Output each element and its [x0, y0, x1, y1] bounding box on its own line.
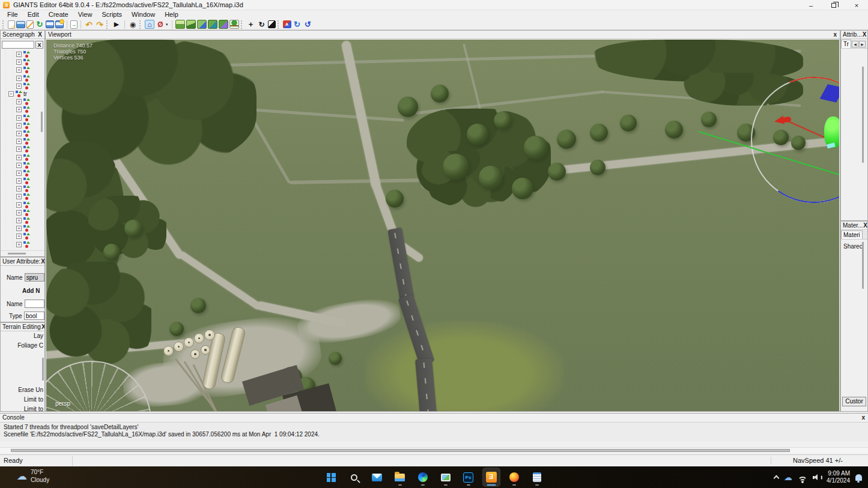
taskbar-app-search[interactable]	[346, 468, 363, 486]
attr-name-field[interactable]	[25, 273, 44, 282]
scenegraph-node[interactable]: +	[1, 169, 40, 177]
scenegraph-node[interactable]: +	[1, 145, 40, 153]
scenegraph-node[interactable]: +	[1, 130, 40, 137]
scenegraph-node[interactable]: +	[1, 114, 40, 122]
scenegraph-node[interactable]: +	[1, 209, 40, 217]
tab-material[interactable]: Materi	[841, 230, 863, 239]
taskbar-app-photoshop[interactable]: Ps	[460, 468, 477, 486]
taskbar-app-start[interactable]	[323, 468, 340, 486]
sync-icon[interactable]: ↻	[293, 20, 302, 29]
node-expander-icon[interactable]: +	[16, 52, 22, 57]
scenegraph-node[interactable]: +	[1, 241, 40, 249]
scenegraph-node[interactable]: +	[1, 153, 40, 161]
node-expander-icon[interactable]: +	[16, 242, 22, 247]
render-toggle-icon[interactable]: Ø	[156, 20, 165, 29]
dropdown-caret-icon[interactable]: ▾	[166, 22, 168, 27]
open-file-icon[interactable]	[16, 21, 25, 28]
scenegraph-node[interactable]: +	[1, 185, 40, 193]
new-attr-name-field[interactable]	[25, 300, 44, 308]
world-local-icon[interactable]: ↺	[303, 20, 313, 29]
toolbar-grip[interactable]	[106, 20, 109, 29]
node-expander-icon[interactable]: +	[16, 178, 22, 184]
close-button[interactable]: ×	[845, 0, 868, 10]
terrain-editing-close-icon[interactable]: X	[41, 324, 44, 331]
scale-tool-icon[interactable]	[268, 20, 276, 28]
toolbar-grip[interactable]	[2, 20, 5, 29]
scenegraph-node[interactable]: +	[1, 122, 40, 130]
viewport-tab[interactable]: Viewport	[48, 31, 71, 38]
node-expander-icon[interactable]: +	[16, 67, 22, 73]
node-label[interactable]: tr	[23, 91, 27, 97]
object-data-icon[interactable]: A	[283, 20, 291, 28]
material-scrollbar[interactable]	[862, 242, 864, 289]
node-expander-icon[interactable]: +	[16, 163, 22, 168]
node-expander-icon[interactable]: +	[16, 194, 22, 199]
scenegraph-node[interactable]: +	[1, 58, 40, 66]
taskbar-app-firefox[interactable]	[506, 468, 523, 486]
terrain-lower-icon[interactable]	[186, 20, 196, 29]
attr-type-select[interactable]	[24, 312, 44, 320]
material-close-icon[interactable]: X	[863, 222, 867, 229]
scenegraph-node[interactable]: +	[1, 193, 40, 200]
menu-edit[interactable]: Edit	[23, 10, 44, 19]
scenegraph-horizontal-scrollbar[interactable]	[1, 250, 44, 256]
foliage-layer-icon[interactable]	[219, 20, 228, 29]
scenegraph-search-clear-button[interactable]: X	[35, 41, 43, 49]
viewport-close-icon[interactable]: x	[833, 31, 837, 38]
scenegraph-node[interactable]: +	[1, 224, 40, 232]
node-expander-icon[interactable]: +	[16, 170, 22, 176]
redo-icon[interactable]: ↷	[95, 20, 105, 29]
edit-file-icon[interactable]	[26, 20, 34, 29]
move-tool-icon[interactable]: +	[246, 20, 256, 29]
scenegraph-node[interactable]: +	[1, 232, 40, 240]
scenegraph-node[interactable]: +	[1, 50, 40, 58]
toolbar-grip[interactable]	[278, 20, 280, 29]
taskbar-app-notepad[interactable]	[529, 468, 545, 486]
visibility-icon[interactable]: ◉	[128, 20, 138, 29]
weather-widget[interactable]: ☁ 70°F Cloudy	[17, 468, 49, 484]
onedrive-icon[interactable]: ☁	[784, 472, 792, 482]
node-expander-icon[interactable]: +	[16, 186, 22, 191]
node-expander-icon[interactable]: +	[16, 99, 22, 104]
rotate-tool-icon[interactable]: ↻	[257, 20, 267, 29]
scenegraph-close-icon[interactable]: X	[37, 31, 43, 38]
console-scrollbar[interactable]	[0, 447, 868, 453]
taskbar-app-mail[interactable]	[369, 468, 386, 486]
scenegraph-node[interactable]: +	[1, 66, 40, 74]
node-expander-icon[interactable]: −	[8, 91, 14, 97]
scenegraph-node[interactable]: +	[1, 82, 40, 90]
minimize-button[interactable]: –	[800, 0, 822, 10]
scenegraph-vertical-scrollbar[interactable]	[40, 50, 44, 250]
tab-transform[interactable]: Tr	[841, 40, 851, 48]
attributes-close-icon[interactable]: X	[862, 31, 867, 38]
tree-brush-icon[interactable]	[229, 20, 239, 29]
scenegraph-node[interactable]: +	[1, 74, 40, 82]
foliage-paint-icon[interactable]	[208, 20, 217, 29]
node-expander-icon[interactable]: +	[16, 210, 22, 215]
restore-button[interactable]	[822, 0, 845, 10]
taskbar-app-edge[interactable]	[414, 468, 431, 486]
menu-window[interactable]: Window	[127, 10, 160, 19]
terrain-editing-scrollbar[interactable]	[42, 358, 44, 381]
menu-help[interactable]: Help	[160, 10, 183, 19]
new-file-icon[interactable]	[8, 20, 15, 29]
attributes-scrollbar[interactable]	[862, 67, 864, 163]
taskbar-app-giants-editor[interactable]: Ǝ	[483, 468, 500, 486]
menu-scripts[interactable]: Scripts	[97, 10, 127, 19]
gizmo-x-arrow[interactable]	[774, 116, 785, 126]
node-expander-icon[interactable]: +	[16, 83, 22, 89]
tab-scroll-right-icon[interactable]: ▶	[859, 41, 866, 47]
camera-home-icon[interactable]: ⌂	[145, 20, 154, 29]
scenegraph-node[interactable]: +	[1, 177, 40, 185]
menu-create[interactable]: Create	[44, 10, 73, 19]
scenegraph-node[interactable]: +	[1, 201, 40, 209]
clock[interactable]: 9:09 AM 4/1/2024	[827, 470, 850, 484]
save-icon[interactable]	[46, 20, 54, 28]
node-expander-icon[interactable]: +	[16, 233, 22, 239]
scenegraph-search-input[interactable]	[2, 41, 34, 49]
import-icon[interactable]: →	[70, 20, 77, 29]
taskbar-app-photos[interactable]	[437, 468, 454, 486]
node-expander-icon[interactable]: +	[16, 146, 22, 152]
scenegraph-node[interactable]: +	[1, 161, 40, 169]
tab-scroll-left-icon[interactable]: ◀	[852, 41, 858, 47]
